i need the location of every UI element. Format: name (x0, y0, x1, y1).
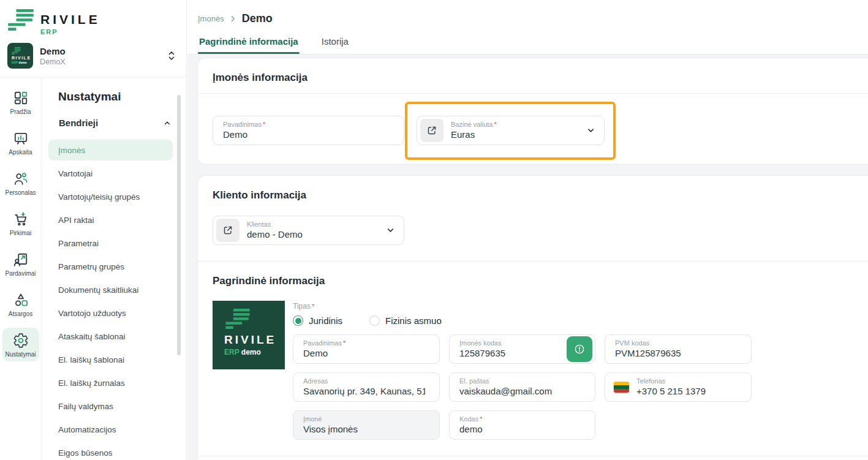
bazine-valiuta-value: Euras (451, 129, 497, 140)
gear-icon (13, 333, 29, 349)
menu-group-bendrieji[interactable]: Bendrieji (59, 118, 172, 128)
tipas-label: Tipas* (293, 302, 862, 311)
company-logo-tile[interactable]: RIVILE ERP demo (213, 301, 285, 369)
breadcrumb: Įmonės Demo (198, 12, 273, 25)
tab-pagrindine-informacija[interactable]: Pagrindinė informacija (198, 36, 300, 54)
menu-item-el-laisku-zurnalas[interactable]: El. laiškų žurnalas (48, 372, 173, 393)
external-link-button[interactable] (420, 119, 443, 142)
card-kliento-pagrindine: Kliento informacija Klientas demo - Demo (197, 175, 868, 460)
menu-item-failu-valdymas[interactable]: Failų valdymas (48, 396, 173, 417)
field-klientas[interactable]: Klientas demo - Demo (213, 216, 404, 245)
chevron-up-icon (163, 119, 172, 127)
menu-item-vartotojo-uzduotys[interactable]: Vartotojo užduotys (48, 303, 173, 323)
menu-list: Įmonės Vartotojai Vartotojų/teisių grupė… (48, 140, 173, 460)
menu-item-imones[interactable]: Įmonės (48, 140, 173, 160)
field-imones-kodas[interactable]: Įmonės kodas (449, 334, 595, 364)
menu-item-parametrai[interactable]: Parametrai (48, 233, 173, 254)
menu-item-parametru-grupes[interactable]: Parametrų grupės (48, 256, 173, 277)
pavadinimas-general-input[interactable] (303, 348, 425, 358)
klientas-value: demo - Demo (247, 229, 303, 239)
sidebar: RIVILE ERP RIVILE ERP demo Demo DemoX (0, 0, 187, 460)
section-title-imones-informacija: Įmonės informacija (213, 72, 308, 83)
rail-item-pirkimai[interactable]: Pirkimai (2, 206, 39, 240)
tab-istorija[interactable]: Istorija (320, 36, 350, 54)
card-imones-informacija: Įmonės informacija Pavadinimas* (197, 58, 868, 165)
menu-item-dokumentu-skaitliukai[interactable]: Dokumentų skaitliukai (48, 279, 173, 300)
brand-bars-icon (8, 9, 34, 31)
lithuania-flag-icon[interactable] (614, 382, 629, 393)
people-icon (13, 171, 29, 187)
rail-item-pradzia[interactable]: Pradžia (2, 85, 39, 119)
breadcrumb-parent-link[interactable]: Įmonės (198, 14, 224, 23)
menu-item-vartotoju-teisiu-grupes[interactable]: Vartotojų/teisių grupės (48, 186, 173, 207)
menu-item-ataskaitu-sablonai[interactable]: Ataskaitų šablonai (48, 326, 173, 347)
pavadinimas-input[interactable] (223, 129, 345, 140)
external-link-button[interactable] (216, 219, 240, 242)
menu-item-eigos-busenos[interactable]: Eigos būsenos (48, 442, 173, 460)
accounting-board-icon (13, 130, 29, 146)
highlight-annotation: Bazinė valiuta* Euras (405, 102, 616, 160)
rail-item-nustatymai[interactable]: Nustatymai (2, 328, 39, 361)
company-code-check-button[interactable] (567, 336, 592, 362)
chevron-right-icon (230, 15, 236, 22)
company-tile-logo: RIVILE ERP demo (7, 43, 33, 69)
field-adresas[interactable]: Adresas (293, 372, 440, 402)
telefonas-input[interactable] (636, 386, 751, 396)
field-pavadinimas-general[interactable]: Pavadinimas* (293, 334, 440, 364)
rail-item-personalas[interactable]: Personalas (2, 166, 39, 200)
radio-fizinis-asmuo[interactable]: Fizinis asmuo (369, 315, 442, 326)
imone-value: Visos įmonės (303, 424, 358, 434)
section-title-kliento-informacija: Kliento informacija (213, 189, 306, 201)
menu-item-el-laisku-sablonai[interactable]: El. laiškų šablonai (48, 349, 173, 370)
alert-circle-icon (573, 343, 586, 355)
field-pvm-kodas[interactable]: PVM kodas (605, 334, 752, 364)
company-selector[interactable]: RIVILE ERP demo Demo DemoX (7, 41, 181, 70)
tabs: Pagrindinė informacija Istorija (198, 36, 350, 54)
menu-item-api-raktai[interactable]: API raktai (48, 209, 173, 230)
rail-item-atsargos[interactable]: Atsargos (2, 287, 39, 321)
cart-icon (13, 211, 29, 227)
pvm-kodas-input[interactable] (615, 348, 737, 358)
section-title-pagrindine-informacija: Pagrindinė informacija (213, 275, 325, 287)
chevron-down-icon (386, 225, 395, 235)
inventory-shapes-icon (13, 292, 29, 308)
brand-name: RIVILE (40, 13, 100, 26)
menu-scrollbar[interactable] (177, 95, 181, 355)
radio-selected-icon (293, 315, 303, 326)
settings-menu-title: Nustatymai (58, 91, 186, 102)
brand-product: ERP (40, 28, 100, 36)
el-pastas-input[interactable] (459, 386, 581, 396)
field-imone: Įmonė Visos įmonės (293, 410, 440, 440)
imones-kodas-input[interactable] (459, 348, 581, 358)
rail-item-pardavimai[interactable]: Pardavimai (2, 247, 39, 281)
rail-item-apskaita[interactable]: Apskaita (2, 126, 39, 159)
company-name: Demo (40, 46, 160, 56)
settings-menu: Nustatymai Bendrieji Įmonės Vartotojai V… (42, 78, 186, 460)
company-code: DemoX (40, 58, 160, 66)
field-kodas[interactable]: Kodas* (449, 410, 595, 440)
topbar: Įmonės Demo Pagrindinė informacija Istor… (187, 0, 868, 55)
updown-chevron-icon (167, 50, 176, 61)
field-telefonas[interactable]: Telefonas (605, 372, 752, 402)
menu-item-automatizacijos[interactable]: Automatizacijos (48, 419, 173, 440)
sidebar-header: RIVILE ERP RIVILE ERP demo Demo DemoX (0, 0, 186, 78)
section-pagrindine-informacija: Pagrindinė informacija RIVILE ERP demo (198, 262, 868, 456)
main-content: Įmonės Demo Pagrindinė informacija Istor… (187, 0, 868, 460)
chevron-down-icon (586, 126, 595, 135)
app-window: RIVILE ERP RIVILE ERP demo Demo DemoX (0, 0, 868, 460)
field-el-pastas[interactable]: El. paštas (449, 372, 595, 402)
section-kliento-informacija: Kliento informacija Klientas demo - Demo (198, 176, 868, 260)
field-pavadinimas[interactable]: Pavadinimas* (213, 116, 404, 145)
kodas-input[interactable] (459, 424, 581, 434)
radio-unselected-icon (369, 315, 380, 326)
adresas-input[interactable] (303, 386, 425, 396)
content-area: Įmonės informacija Pavadinimas* (187, 55, 868, 460)
icon-rail: Pradžia Apskaita (0, 78, 42, 460)
menu-item-vartotojai[interactable]: Vartotojai (48, 163, 173, 184)
field-bazine-valiuta[interactable]: Bazinė valiuta* Euras (417, 116, 605, 145)
page-title: Demo (242, 12, 273, 25)
dashboard-icon (13, 90, 29, 106)
radio-juridinis[interactable]: Juridinis (293, 315, 342, 326)
sales-screen-icon (13, 252, 29, 268)
rivile-logo[interactable]: RIVILE ERP (8, 9, 100, 36)
